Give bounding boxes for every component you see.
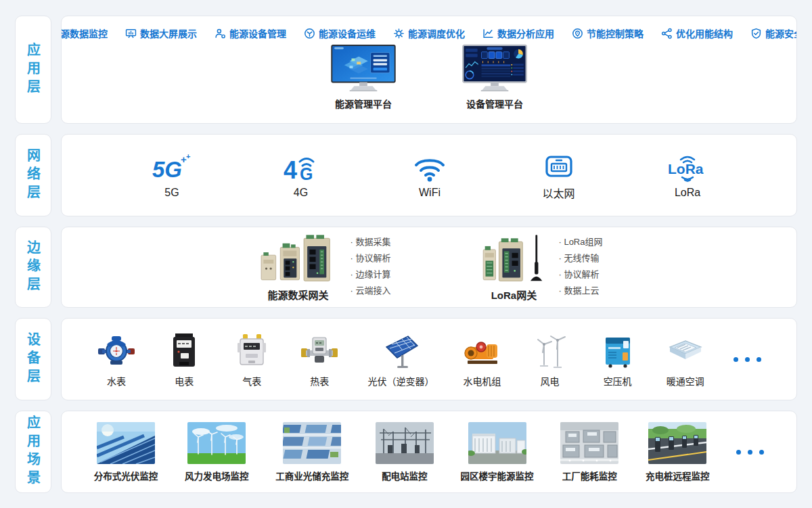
menu-item-energy-saving-strategy: 节能控制策略 — [572, 26, 644, 40]
ev-chargers-photo — [648, 422, 706, 464]
menu-item-energy-security: 能源安全管理 — [750, 26, 797, 40]
gear-icon — [393, 28, 405, 39]
device-label: 热表 — [310, 374, 329, 388]
scenario-item-ev-charging: 充电桩远程监控 — [646, 422, 710, 482]
menu-item-energy-data-monitor: 能源数据监控 — [61, 26, 108, 40]
scenario-label: 分布式光伏监控 — [94, 469, 158, 482]
device-label: 水表 — [107, 374, 126, 388]
device-item-gas-meter: 气表 — [232, 331, 271, 388]
svg-text:5G: 5G — [152, 157, 182, 182]
scenario-label: 充电桩远程监控 — [646, 469, 710, 482]
air-compressor-icon — [598, 331, 637, 370]
feature-item: 协议解析 — [558, 267, 602, 283]
shield-check-icon — [750, 28, 762, 39]
application-layer-content: 能源数据监控 数据大屏展示 能源设备管理 能源设备运维 能源调度优化 数据分析应… — [61, 16, 797, 124]
substation-photo — [376, 422, 434, 464]
industrial-aerial-photo — [283, 422, 341, 464]
wind-turbine-icon — [531, 331, 570, 370]
4g-icon: 4G — [282, 152, 320, 183]
platform-label: 设备管理平台 — [466, 97, 523, 110]
device-platform-monitor-image — [460, 44, 529, 94]
scenario-item-campus-energy: 园区楼宇能源监控 — [461, 422, 534, 482]
network-label: LoRa — [675, 187, 700, 199]
network-layer-content: 5G++ 5G 4G 4G WiFi 以太网 — [61, 134, 797, 216]
menu-item-device-ops: 能源设备运维 — [304, 26, 376, 40]
device-label: 光伏（逆变器） — [367, 374, 434, 388]
device-item-electric-meter: 电表 — [164, 331, 204, 388]
platform-label: 能源管理平台 — [335, 97, 392, 110]
layer-label: 设备层 — [24, 332, 43, 387]
device-layer-row: 设备层 水表 — [15, 318, 797, 400]
device-layer-content: 水表 电表 — [61, 318, 797, 400]
scenario-layer-row: 应用场景 分布式光伏监控 — [15, 411, 797, 493]
feature-item: 无线传输 — [558, 250, 602, 267]
platform-energy-management: 能源管理平台 — [329, 44, 398, 110]
device-label: 空压机 — [604, 374, 632, 388]
svg-text:LoRa: LoRa — [668, 161, 704, 177]
feature-item: 云端接入 — [350, 283, 390, 299]
lora-gateway-figure: LoRa网关 — [478, 233, 549, 302]
svg-text:G: G — [300, 164, 313, 183]
edge-layer-row: 边缘层 — [15, 227, 797, 308]
network-label: 5G — [164, 187, 179, 199]
electric-meter-icon — [164, 331, 204, 370]
ellipsis-dots-icon — [734, 357, 761, 362]
layer-label: 应用场景 — [24, 415, 43, 488]
scenario-items: 分布式光伏监控 风力发电场监控 — [62, 411, 796, 492]
gateway-name: LoRa网关 — [491, 287, 537, 302]
line-chart-icon — [482, 28, 494, 39]
heat-meter-icon — [300, 331, 339, 370]
scenario-item-wind-farm: 风力发电场监控 — [185, 422, 249, 482]
feature-item: 边缘计算 — [350, 267, 390, 283]
feature-item: LoRa组网 — [558, 234, 602, 250]
solar-panel-icon — [381, 331, 420, 370]
energy-gateway-figure: 能源数采网关 — [255, 233, 340, 302]
device-item-air-compressor: 空压机 — [598, 331, 637, 388]
energy-gateway-image — [255, 233, 340, 285]
scenario-layer-content: 分布式光伏监控 风力发电场监控 — [61, 411, 797, 493]
layer-label: 网络层 — [24, 148, 43, 203]
network-item-ethernet: 以太网 — [530, 149, 588, 201]
user-gear-icon — [215, 28, 226, 39]
svg-text:+: + — [186, 153, 190, 160]
app-menu-bar: 能源数据监控 数据大屏展示 能源设备管理 能源设备运维 能源调度优化 数据分析应… — [62, 26, 796, 40]
menu-label: 能源数据监控 — [61, 26, 108, 40]
energy-gateway-features: 数据采集 协议解析 边缘计算 云端接入 — [350, 234, 390, 299]
scenario-label: 配电站监控 — [382, 469, 428, 482]
network-item-wifi: WiFi — [401, 152, 459, 199]
network-label: 4G — [294, 187, 308, 199]
factory-floor-photo — [560, 422, 618, 464]
ethernet-port-icon — [543, 149, 575, 181]
menu-item-optimize-structure: 优化用能结构 — [661, 26, 733, 40]
gas-meter-icon — [232, 331, 271, 370]
menu-label: 优化用能结构 — [676, 26, 733, 40]
edge-gateway-groups: 能源数采网关 数据采集 协议解析 边缘计算 云端接入 — [62, 227, 796, 307]
scenario-item-distributed-pv: 分布式光伏监控 — [94, 422, 158, 482]
solar-farm-photo — [97, 422, 155, 464]
layer-card-network: 网络层 — [15, 134, 51, 216]
wind-farm-photo — [187, 422, 246, 464]
device-item-wind-power: 风电 — [531, 331, 570, 388]
network-item-lora: LoRa LoRa — [658, 152, 717, 199]
layer-card-device: 设备层 — [15, 318, 51, 400]
pin-icon — [572, 28, 583, 39]
menu-item-dispatch-optimize: 能源调度优化 — [393, 26, 465, 40]
share-icon — [661, 28, 673, 39]
device-item-hvac: 暖通空调 — [666, 331, 705, 388]
ellipsis-dots-icon — [736, 450, 764, 455]
network-label: 以太网 — [542, 185, 574, 201]
network-layer-row: 网络层 5G++ 5G 4G 4G WiFi — [15, 134, 797, 216]
platform-device-management: 设备管理平台 — [460, 44, 529, 110]
cube-icon — [304, 28, 315, 39]
water-meter-icon — [97, 331, 136, 370]
dashboard-screen-icon — [125, 28, 137, 39]
platforms-row: 能源管理平台 — [62, 44, 796, 110]
menu-item-data-analysis: 数据分析应用 — [482, 26, 554, 40]
network-items: 5G++ 5G 4G 4G WiFi 以太网 — [62, 135, 796, 216]
layer-card-application: 应用层 — [15, 16, 51, 124]
scenario-item-ci-pv-storage: 工商业光储充监控 — [275, 422, 348, 482]
application-layer-row: 应用层 能源数据监控 数据大屏展示 能源设备管理 能源设备运维 能源调度优化 — [15, 16, 797, 124]
feature-item: 数据上云 — [558, 283, 602, 299]
device-item-hydro-unit: 水电机组 — [462, 331, 501, 388]
network-item-4g: 4G 4G — [272, 152, 330, 199]
